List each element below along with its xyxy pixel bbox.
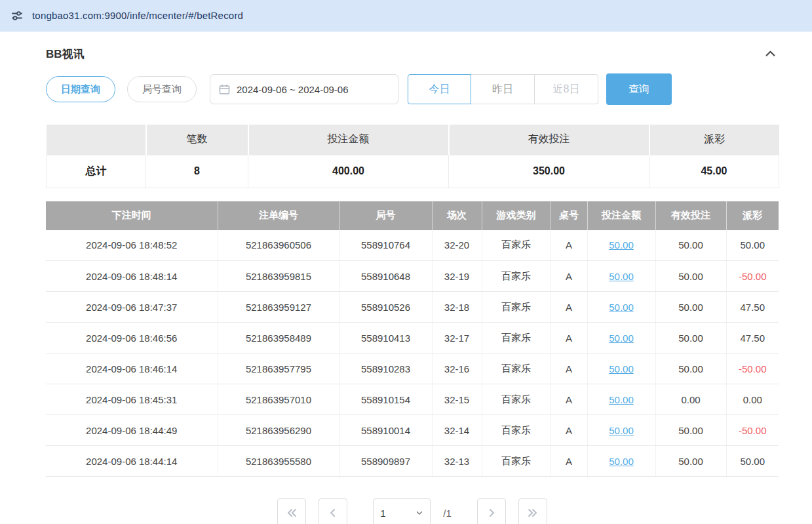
- bet-table-body: 2024-09-06 18:48:52 521863960506 5589107…: [46, 230, 779, 477]
- round-id-cell: 558910526: [339, 292, 432, 323]
- bet-amount-cell: 50.00: [587, 353, 655, 384]
- game-type-cell: 百家乐: [482, 446, 551, 477]
- bet-amount-link[interactable]: 50.00: [609, 456, 634, 467]
- double-chevron-left-icon: [285, 506, 298, 519]
- game-type-cell: 百家乐: [482, 415, 551, 446]
- session-cell: 32-19: [432, 261, 482, 292]
- order-id-cell: 521863959815: [218, 261, 339, 292]
- table-row: 2024-09-06 18:48:14 521863959815 5589106…: [46, 261, 779, 292]
- bet-time-cell: 2024-09-06 18:47:37: [46, 292, 218, 323]
- bet-table-header-row: 下注时间 注单编号 局号 场次 游戏类别 桌号 投注金额 有效投注 派彩: [46, 201, 779, 230]
- panel-header: BB视讯: [46, 46, 779, 62]
- date-range-value: 2024-09-06 ~ 2024-09-06: [237, 84, 349, 95]
- bet-amount-link[interactable]: 50.00: [609, 271, 634, 282]
- table-row: 2024-09-06 18:45:31 521863957010 5589101…: [46, 384, 779, 415]
- payout-cell: 47.50: [726, 292, 779, 323]
- column-header: 局号: [339, 201, 432, 230]
- payout-cell: -50.00: [726, 415, 779, 446]
- table-no-cell: A: [551, 415, 587, 446]
- valid-bet-cell: 50.00: [655, 292, 726, 323]
- column-header: [47, 125, 146, 155]
- round-id-cell: 558910413: [339, 323, 432, 353]
- payout-cell: -50.00: [726, 353, 779, 384]
- today-button[interactable]: 今日: [408, 74, 471, 104]
- session-cell: 32-15: [432, 384, 482, 415]
- last-8-days-button[interactable]: 近8日: [535, 74, 598, 104]
- order-id-cell: 521863958489: [218, 323, 339, 353]
- prev-page-button[interactable]: [319, 498, 347, 524]
- summary-table: 笔数 投注金额 有效投注 派彩 总计 8 400.00 350.00 45.00: [46, 125, 779, 188]
- bet-amount-cell: 50.00: [587, 415, 655, 446]
- bet-table: 下注时间 注单编号 局号 场次 游戏类别 桌号 投注金额 有效投注 派彩 202…: [46, 201, 779, 477]
- bet-time-cell: 2024-09-06 18:45:31: [46, 384, 218, 415]
- round-id-cell: 558909897: [339, 446, 432, 477]
- bet-amount-link[interactable]: 50.00: [609, 425, 634, 436]
- chevron-up-icon: [764, 47, 777, 60]
- table-no-cell: A: [551, 230, 587, 261]
- first-page-button[interactable]: [277, 498, 306, 524]
- filter-bar: 日期查询 局号查询 2024-09-06 ~ 2024-09-06 今日 昨日 …: [46, 73, 779, 105]
- game-type-cell: 百家乐: [482, 230, 551, 261]
- bet-record-panel: BB视讯 日期查询 局号查询 2024-09-06 ~ 2024-09-06 今…: [0, 31, 812, 524]
- page-total-label: /1: [443, 508, 452, 519]
- bet-amount-link[interactable]: 50.00: [609, 302, 634, 313]
- calendar-icon: [219, 84, 230, 95]
- column-header: 有效投注: [449, 125, 649, 155]
- last-page-button[interactable]: [518, 498, 547, 524]
- round-query-tab[interactable]: 局号查询: [127, 76, 197, 102]
- total-valid-bet: 350.00: [449, 155, 649, 188]
- summary-total-row: 总计 8 400.00 350.00 45.00: [47, 155, 779, 188]
- bet-amount-cell: 50.00: [587, 446, 655, 477]
- table-no-cell: A: [551, 323, 587, 353]
- column-header: 注单编号: [218, 201, 339, 230]
- game-type-cell: 百家乐: [482, 323, 551, 353]
- chevron-left-icon: [326, 506, 339, 519]
- total-payout: 45.00: [649, 155, 779, 188]
- search-button[interactable]: 查询: [606, 73, 672, 105]
- session-cell: 32-17: [432, 323, 482, 353]
- round-id-cell: 558910283: [339, 353, 432, 384]
- bet-amount-cell: 50.00: [587, 230, 655, 261]
- valid-bet-cell: 50.00: [655, 230, 726, 261]
- order-id-cell: 521863957795: [218, 353, 339, 384]
- collapse-button[interactable]: [762, 46, 779, 62]
- column-header: 桌号: [551, 201, 587, 230]
- table-no-cell: A: [551, 261, 587, 292]
- order-id-cell: 521863956290: [218, 415, 339, 446]
- next-page-button[interactable]: [477, 498, 506, 524]
- bet-amount-link[interactable]: 50.00: [609, 394, 634, 405]
- round-id-cell: 558910154: [339, 384, 432, 415]
- table-no-cell: A: [551, 384, 587, 415]
- table-no-cell: A: [551, 353, 587, 384]
- payout-cell: 0.00: [726, 384, 779, 415]
- order-id-cell: 521863960506: [218, 230, 339, 261]
- valid-bet-cell: 50.00: [655, 353, 726, 384]
- site-settings-icon[interactable]: [10, 9, 24, 22]
- game-type-cell: 百家乐: [482, 292, 551, 323]
- url-text[interactable]: tongbao31.com:9900/infe/mcenter/#/betRec…: [32, 10, 243, 21]
- table-row: 2024-09-06 18:46:56 521863958489 5589104…: [46, 323, 779, 353]
- yesterday-button[interactable]: 昨日: [471, 74, 535, 104]
- bet-amount-link[interactable]: 50.00: [609, 333, 634, 344]
- page-title: BB视讯: [46, 47, 85, 62]
- total-bet-amount: 400.00: [248, 155, 449, 188]
- bet-amount-link[interactable]: 50.00: [609, 363, 634, 374]
- date-query-tab[interactable]: 日期查询: [46, 76, 115, 102]
- column-header: 投注金额: [587, 201, 655, 230]
- round-id-cell: 558910648: [339, 261, 432, 292]
- order-id-cell: 521863955580: [218, 446, 339, 477]
- column-header: 有效投注: [655, 201, 726, 230]
- session-cell: 32-14: [432, 415, 482, 446]
- browser-address-bar: tongbao31.com:9900/infe/mcenter/#/betRec…: [0, 0, 812, 31]
- table-row: 2024-09-06 18:47:37 521863959127 5589105…: [46, 292, 779, 323]
- date-range-picker[interactable]: 2024-09-06 ~ 2024-09-06: [210, 74, 398, 104]
- order-id-cell: 521863959127: [218, 292, 339, 323]
- valid-bet-cell: 0.00: [655, 384, 726, 415]
- game-type-cell: 百家乐: [482, 384, 551, 415]
- valid-bet-cell: 50.00: [655, 415, 726, 446]
- page-select[interactable]: 1: [373, 498, 431, 524]
- column-header: 笔数: [146, 125, 248, 155]
- round-id-cell: 558910764: [339, 230, 432, 261]
- payout-cell: 50.00: [726, 230, 779, 261]
- bet-amount-link[interactable]: 50.00: [609, 239, 634, 251]
